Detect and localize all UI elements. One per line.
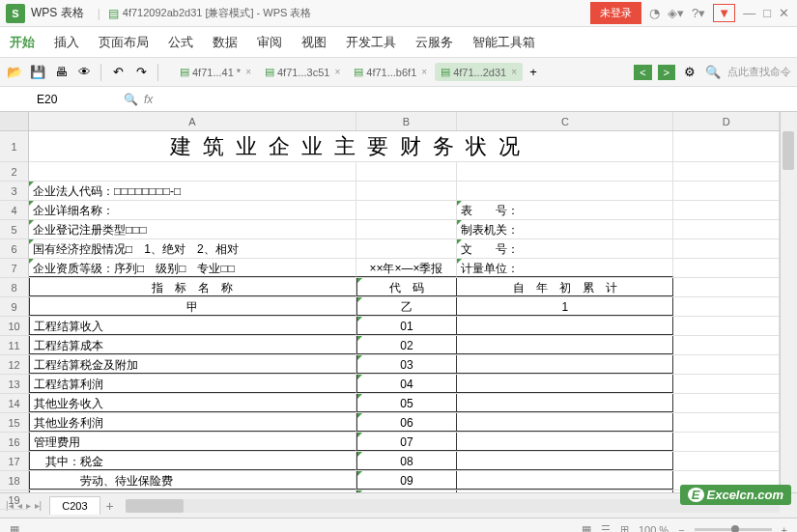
row-header[interactable]: 2	[0, 162, 28, 182]
cell[interactable]: 企业登记注册类型□□□	[29, 220, 356, 238]
cell[interactable]: 01	[356, 317, 458, 335]
doc-tab-3[interactable]: ▤4f71...b6f1×	[348, 63, 433, 81]
add-sheet-button[interactable]: +	[106, 498, 114, 514]
row-header[interactable]: 10	[0, 317, 28, 336]
zoom-in-button[interactable]: +	[782, 524, 787, 533]
cell-reference-input[interactable]	[29, 91, 116, 108]
cell[interactable]: 10	[356, 490, 458, 492]
cell[interactable]	[673, 201, 780, 219]
undo-icon[interactable]: ↶	[109, 64, 127, 81]
cell[interactable]	[673, 433, 780, 451]
search-fx-icon[interactable]: 🔍	[124, 93, 138, 106]
cell[interactable]: 制表机关：	[457, 220, 673, 238]
settings-icon[interactable]: ⚙	[681, 64, 698, 81]
cell[interactable]: 03	[356, 355, 458, 374]
zoom-thumb[interactable]	[731, 525, 739, 532]
cell[interactable]	[457, 375, 673, 393]
cell[interactable]	[457, 355, 673, 374]
sync-icon[interactable]: ◔	[649, 6, 660, 20]
cell[interactable]: 企业法人代码：□□□□□□□□-□	[29, 182, 356, 200]
select-all-corner[interactable]	[0, 112, 28, 131]
cell[interactable]: 07	[356, 433, 458, 451]
login-button[interactable]: 未登录	[590, 2, 641, 24]
cell[interactable]: 代 码	[356, 278, 458, 296]
tab-close-icon[interactable]: ×	[334, 67, 340, 77]
cell[interactable]	[673, 131, 780, 161]
menu-cloud[interactable]: 云服务	[415, 34, 453, 51]
maximize-button[interactable]: □	[763, 6, 771, 20]
print-icon[interactable]: 🖶	[52, 64, 70, 81]
menu-page-layout[interactable]: 页面布局	[99, 34, 149, 51]
cell[interactable]: 02	[356, 336, 458, 354]
upgrade-icon[interactable]: ▼	[713, 4, 735, 22]
redo-icon[interactable]: ↷	[132, 64, 150, 81]
cell[interactable]	[673, 259, 780, 277]
cell[interactable]	[457, 452, 673, 470]
col-header[interactable]: B	[356, 112, 458, 130]
cell[interactable]: 文 号：	[457, 239, 673, 258]
cell[interactable]: 指 标 名 称	[29, 278, 356, 296]
nav-next-button[interactable]: >	[658, 65, 675, 80]
row-header[interactable]: 1	[0, 131, 28, 162]
skin-icon[interactable]: ◈▾	[668, 6, 684, 20]
cell[interactable]: 财务费用	[29, 490, 356, 492]
cell[interactable]	[457, 490, 673, 492]
doc-tab-1[interactable]: ▤4f71...41 *×	[174, 63, 257, 81]
cell[interactable]	[673, 413, 780, 432]
cell[interactable]	[673, 317, 780, 335]
cell[interactable]: 08	[356, 452, 458, 470]
cell[interactable]: 计量单位：	[457, 259, 673, 277]
cell[interactable]	[673, 239, 780, 258]
cell[interactable]	[457, 471, 673, 490]
zoom-value[interactable]: 100 %	[639, 524, 669, 533]
row-header[interactable]: 3	[0, 182, 28, 201]
preview-icon[interactable]: 👁	[75, 64, 93, 81]
open-icon[interactable]: 📂	[6, 64, 23, 81]
cell[interactable]	[457, 182, 673, 200]
menu-view[interactable]: 视图	[301, 34, 327, 51]
menu-toolbox[interactable]: 智能工具箱	[472, 34, 535, 51]
row-header[interactable]: 13	[0, 375, 28, 394]
search-icon[interactable]: 🔍	[704, 64, 722, 81]
menu-start[interactable]: 开始	[10, 34, 35, 51]
col-header[interactable]: D	[673, 112, 780, 130]
row-header[interactable]: 5	[0, 220, 28, 239]
doc-tab-2[interactable]: ▤4f71...3c51×	[259, 63, 346, 81]
minimize-button[interactable]: —	[743, 6, 755, 20]
cell[interactable]: 09	[356, 471, 458, 490]
scrollbar-thumb[interactable]	[783, 131, 794, 170]
col-header[interactable]: C	[457, 112, 673, 130]
close-button[interactable]: ✕	[779, 6, 789, 20]
nav-prev-button[interactable]: <	[634, 65, 651, 80]
menu-insert[interactable]: 插入	[54, 34, 79, 51]
cell[interactable]: 其他业务利润	[29, 413, 356, 432]
cell[interactable]: 1	[457, 297, 673, 316]
tab-close-icon[interactable]: ×	[511, 67, 517, 77]
menu-devtools[interactable]: 开发工具	[346, 34, 396, 51]
cell[interactable]: 04	[356, 375, 458, 393]
grid-area[interactable]: A B C D 建筑业企业主要财务状况 企业法人代码：□□□□□□□□-□ 企业…	[29, 112, 780, 492]
col-header[interactable]: A	[29, 112, 356, 130]
cell[interactable]: 企业详细名称：	[29, 201, 356, 219]
tab-close-icon[interactable]: ×	[245, 67, 251, 77]
cell[interactable]	[356, 239, 458, 258]
help-icon[interactable]: ?▾	[692, 6, 705, 20]
row-header[interactable]: 16	[0, 433, 28, 452]
row-header[interactable]: 12	[0, 355, 28, 375]
cell[interactable]	[457, 433, 673, 451]
cell[interactable]	[673, 182, 780, 200]
cell[interactable]	[673, 355, 780, 374]
cell[interactable]	[457, 162, 673, 181]
row-header[interactable]: 17	[0, 452, 28, 471]
search-hint[interactable]: 点此查找命令	[727, 65, 791, 79]
row-header[interactable]: 18	[0, 471, 28, 490]
doc-tab-4[interactable]: ▤4f71...2d31×	[435, 63, 523, 81]
cell[interactable]	[673, 336, 780, 354]
cell[interactable]	[457, 317, 673, 335]
cell[interactable]: 表 号：	[457, 201, 673, 219]
cell[interactable]: ××年×—×季报	[356, 259, 458, 277]
cell[interactable]	[356, 182, 458, 200]
cell[interactable]: 劳动、待业保险费	[29, 471, 356, 490]
cell[interactable]	[356, 162, 458, 181]
cell[interactable]: 国有经济控股情况□ 1、绝对 2、相对	[29, 239, 356, 258]
